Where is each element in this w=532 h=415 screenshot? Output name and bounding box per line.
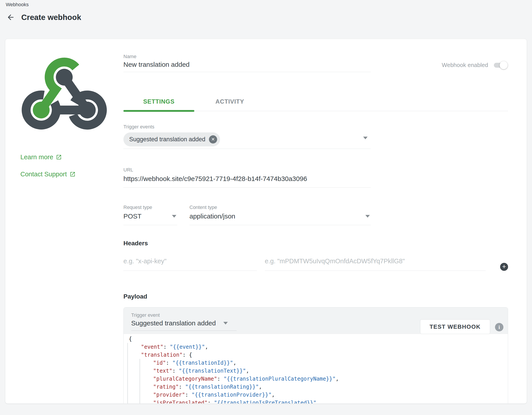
- request-type-select[interactable]: Request type POST: [124, 205, 177, 225]
- webhook-logo: [20, 54, 109, 132]
- webhook-enabled-toggle[interactable]: [494, 63, 507, 68]
- request-type-value: POST: [124, 212, 142, 220]
- code-line: "id": "{{translationId}}",: [129, 359, 508, 367]
- trigger-events-label: Trigger events: [124, 124, 371, 129]
- tab-settings-label: SETTINGS: [143, 98, 174, 105]
- request-type-label: Request type: [124, 205, 177, 210]
- content-type-value: application/json: [190, 212, 235, 220]
- breadcrumb: Webhooks: [6, 2, 526, 8]
- payload-heading: Payload: [124, 293, 508, 300]
- learn-more-label: Learn more: [20, 153, 53, 161]
- trigger-events-select[interactable]: Trigger events Suggested translation add…: [124, 124, 371, 149]
- info-glyph: i: [499, 324, 500, 330]
- payload-header: Trigger event Suggested translation adde…: [124, 307, 508, 334]
- code-line: "rating": "{{translationRating}}",: [129, 383, 508, 391]
- toggle-knob: [500, 61, 508, 69]
- url-input[interactable]: [124, 172, 371, 188]
- code-line: "text": "{{translationText}}",: [129, 367, 508, 375]
- header-value-input[interactable]: [265, 252, 486, 271]
- plus-icon: +: [502, 263, 506, 270]
- code-line: "isPreTranslated": "{{translationIsPreTr…: [129, 399, 508, 404]
- webhook-card: Learn more Contact Support Name Webhook …: [5, 39, 527, 404]
- webhook-enabled-label: Webhook enabled: [442, 62, 488, 69]
- payload-trigger-event-label: Trigger event: [131, 313, 237, 318]
- contact-support-label: Contact Support: [20, 171, 67, 178]
- code-line: "pluralCategoryName": "{{translationPlur…: [129, 375, 508, 383]
- name-field: Name: [124, 54, 371, 72]
- page-title: Create webhook: [21, 13, 81, 22]
- add-header-button[interactable]: +: [500, 263, 508, 271]
- code-line: "event": "{{event}}",: [129, 343, 508, 351]
- header-key-input[interactable]: [124, 252, 257, 271]
- back-button[interactable]: [6, 12, 16, 22]
- indent-guide: [127, 343, 128, 404]
- tab-bar: SETTINGS ACTIVITY: [124, 98, 508, 111]
- content-type-select[interactable]: Content type application/json: [190, 205, 371, 225]
- info-icon[interactable]: i: [495, 323, 504, 331]
- code-line: "provider": "{{translationProvider}}",: [129, 391, 508, 399]
- name-input[interactable]: [124, 59, 371, 72]
- payload-code[interactable]: {"event": "{{event}}","translation": {"i…: [124, 334, 508, 404]
- name-label: Name: [124, 54, 371, 59]
- chevron-down-icon: [223, 322, 228, 325]
- chip-remove-button[interactable]: ✕: [209, 135, 217, 144]
- chip-label: Suggested translation added: [129, 136, 205, 143]
- url-label: URL: [124, 168, 371, 172]
- code-line: "translation": {: [129, 351, 508, 359]
- page-header: Webhooks Create webhook: [0, 0, 532, 22]
- webhook-enabled-group: Webhook enabled: [442, 62, 508, 69]
- close-icon: ✕: [211, 137, 215, 142]
- indent-guide: [140, 359, 140, 404]
- learn-more-link[interactable]: Learn more: [20, 153, 109, 161]
- chevron-down-icon: [172, 215, 176, 217]
- url-field: URL: [124, 168, 371, 188]
- left-panel: Learn more Contact Support: [20, 54, 109, 404]
- external-link-icon: [70, 171, 76, 177]
- headers-row: +: [124, 252, 508, 271]
- active-tab-indicator: [124, 110, 194, 112]
- payload-trigger-event-value: Suggested translation added: [131, 319, 216, 327]
- payload-trigger-event-select[interactable]: Trigger event Suggested translation adde…: [131, 313, 237, 331]
- external-link-icon: [56, 154, 62, 160]
- tab-settings[interactable]: SETTINGS: [124, 98, 194, 111]
- code-line: {: [129, 335, 508, 343]
- contact-support-link[interactable]: Contact Support: [20, 171, 109, 178]
- headers-heading: Headers: [124, 240, 508, 247]
- chevron-down-icon: [365, 215, 370, 217]
- trigger-event-chip: Suggested translation added ✕: [124, 132, 220, 146]
- test-webhook-button[interactable]: TEST WEBHOOK: [420, 319, 490, 334]
- chevron-down-icon: [363, 137, 368, 139]
- webhook-form: Name Webhook enabled SETTINGS ACTIVITY: [124, 54, 508, 404]
- payload-editor: Trigger event Suggested translation adde…: [124, 307, 508, 404]
- tab-activity-label: ACTIVITY: [215, 98, 244, 105]
- arrow-left-icon: [6, 13, 15, 21]
- content-type-label: Content type: [190, 205, 371, 210]
- tab-activity[interactable]: ACTIVITY: [194, 98, 265, 111]
